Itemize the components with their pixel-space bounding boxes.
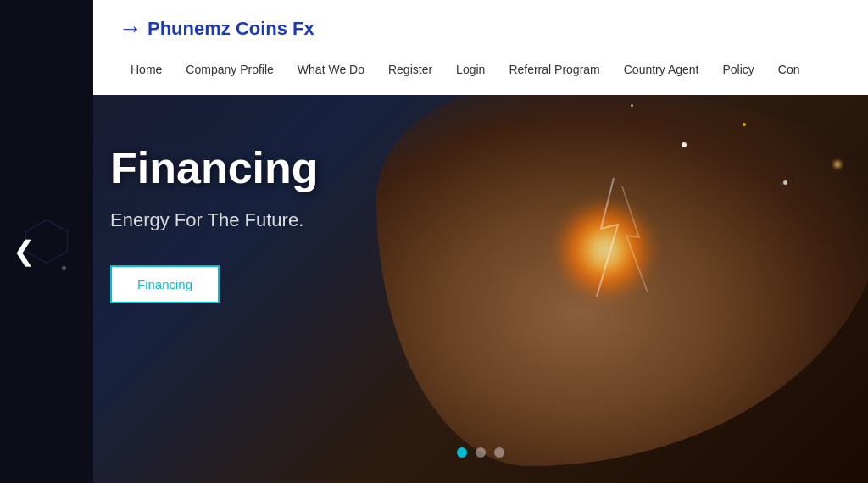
hero-visual <box>376 85 868 466</box>
logo-text: Phunemz Coins Fx <box>147 18 314 40</box>
carousel-prev-arrow[interactable]: ❮ <box>13 235 36 267</box>
sparkle-1 <box>682 142 687 147</box>
main-nav: Home Company Profile What We Do Register… <box>93 51 868 95</box>
lightning-svg <box>529 161 698 330</box>
nav-item-home[interactable]: Home <box>119 58 174 81</box>
nav-item-country-agent[interactable]: Country Agent <box>612 58 711 81</box>
nav-item-login[interactable]: Login <box>444 58 497 81</box>
logo-icon: ← <box>119 15 142 42</box>
carousel-dot-2[interactable] <box>476 447 486 458</box>
nav-item-company-profile[interactable]: Company Profile <box>174 58 286 81</box>
logo-bar: ← Phunemz Coins Fx <box>93 0 868 51</box>
sparkle-2 <box>743 123 746 126</box>
carousel-dot-1[interactable] <box>457 447 467 458</box>
carousel-dot-3[interactable] <box>494 447 504 458</box>
sparkle-4 <box>631 104 633 107</box>
sparkle-5 <box>834 161 841 168</box>
hero-subtitle: Energy For The Future. <box>110 209 319 231</box>
site-header: ← Phunemz Coins Fx Home Company Profile … <box>93 0 868 95</box>
nav-item-referral-program[interactable]: Referral Program <box>497 58 611 81</box>
hero-title: Financing <box>110 144 319 192</box>
sparkle-3 <box>783 180 787 185</box>
nav-item-contact[interactable]: Con <box>766 58 812 81</box>
carousel-dots <box>457 447 504 458</box>
hero-content: Financing Energy For The Future. Financi… <box>110 144 319 303</box>
nav-item-register[interactable]: Register <box>376 58 444 81</box>
nav-item-what-we-do[interactable]: What We Do <box>286 58 376 81</box>
hero-cta-button[interactable]: Financing <box>110 265 220 303</box>
dot-decoration <box>62 266 66 270</box>
nav-item-policy[interactable]: Policy <box>710 58 765 81</box>
